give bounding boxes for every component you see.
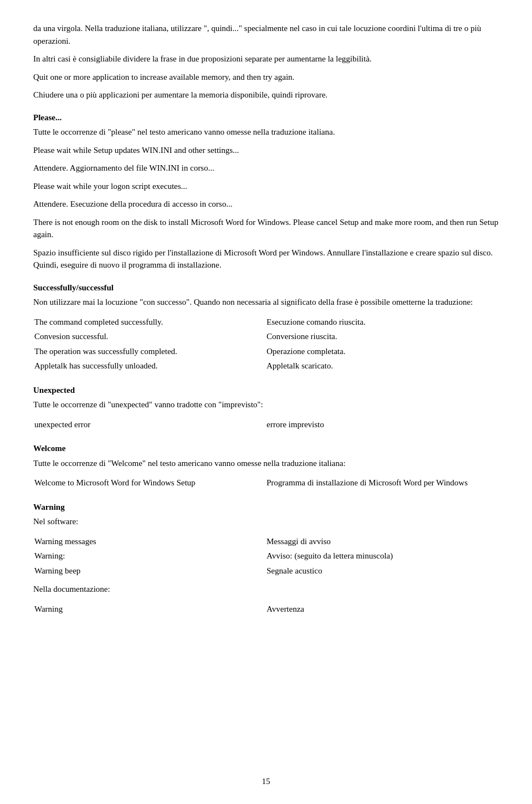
section-welcome-heading: Welcome <box>33 442 499 455</box>
warning-sw-it-3: Segnale acustico <box>267 564 498 578</box>
successfully-it-1: Esecuzione comando riuscita. <box>267 315 498 329</box>
please-example-2-en: Please wait while your logon script exec… <box>33 180 499 193</box>
warning-sw-it-2: Avviso: (seguito da lettera minuscola) <box>267 549 498 563</box>
warning-sw-en-2: Warning: <box>34 549 265 563</box>
paragraph-2: In altri casi è consigliabile dividere l… <box>33 53 499 65</box>
table-row: Warning Avvertenza <box>34 602 498 616</box>
section-unexpected-heading: Unexpected <box>33 384 499 397</box>
section-successfully-body: Non utilizzare mai la locuzione "con suc… <box>33 296 499 309</box>
table-row: Warning beep Segnale acustico <box>34 564 498 578</box>
section-warning-heading: Warning <box>33 501 499 514</box>
table-row: Warning: Avviso: (seguito da lettera min… <box>34 549 498 563</box>
warning-doc-en-1: Warning <box>34 602 265 616</box>
warning-software-table: Warning messages Messaggi di avviso Warn… <box>33 534 499 579</box>
table-row: unexpected error errore imprevisto <box>34 418 498 432</box>
section-welcome-body: Tutte le occorrenze di "Welcome" nel tes… <box>33 457 499 470</box>
section-successfully-heading: Successfully/successful <box>33 281 499 294</box>
unexpected-it-1: errore imprevisto <box>267 418 498 432</box>
successfully-it-4: Appletalk scaricato. <box>267 359 498 373</box>
table-row: The command completed successfully. Esec… <box>34 315 498 329</box>
table-row: Appletalk has successfully unloaded. App… <box>34 359 498 373</box>
welcome-en-1: Welcome to Microsoft Word for Windows Se… <box>34 476 265 490</box>
warning-doc-it-1: Avvertenza <box>267 602 498 616</box>
paragraph-1: da una virgola. Nella traduzione italian… <box>33 22 499 47</box>
unexpected-table: unexpected error errore imprevisto <box>33 417 499 433</box>
page-number: 15 <box>0 775 532 788</box>
warning-doc-table: Warning Avvertenza <box>33 601 499 617</box>
paragraph-3: Quit one or more application to increase… <box>33 71 499 84</box>
please-example-1-it: Attendere. Aggiornamento del file WIN.IN… <box>33 162 499 175</box>
section-warning-intro: Nel software: <box>33 515 499 528</box>
successfully-en-1: The command completed successfully. <box>34 315 265 329</box>
table-row: Convesion successful. Conversione riusci… <box>34 330 498 344</box>
successfully-en-3: The operation was successfully completed… <box>34 345 265 359</box>
successfully-it-2: Conversione riuscita. <box>267 330 498 344</box>
successfully-it-3: Operazione completata. <box>267 345 498 359</box>
warning-sw-it-1: Messaggi di avviso <box>267 535 498 549</box>
successfully-en-2: Convesion successful. <box>34 330 265 344</box>
warning-sw-en-3: Warning beep <box>34 564 265 578</box>
disk-space-en: There is not enough room on the disk to … <box>33 216 499 241</box>
welcome-table: Welcome to Microsoft Word for Windows Se… <box>33 475 499 491</box>
page-content: da una virgola. Nella traduzione italian… <box>0 0 532 804</box>
disk-space-it: Spazio insufficiente sul disco rigido pe… <box>33 247 499 272</box>
section-unexpected-body: Tutte le occorrenze di "unexpected" vann… <box>33 398 499 411</box>
nella-documentazione: Nella documentazione: <box>33 583 499 596</box>
please-example-2-it: Attendere. Esecuzione della procedura di… <box>33 198 499 211</box>
table-row: Warning messages Messaggi di avviso <box>34 535 498 549</box>
warning-sw-en-1: Warning messages <box>34 535 265 549</box>
welcome-it-1: Programma di installazione di Microsoft … <box>267 476 498 490</box>
unexpected-en-1: unexpected error <box>34 418 265 432</box>
successfully-en-4: Appletalk has successfully unloaded. <box>34 359 265 373</box>
successfully-table: The command completed successfully. Esec… <box>33 314 499 374</box>
table-row: The operation was successfully completed… <box>34 345 498 359</box>
table-row: Welcome to Microsoft Word for Windows Se… <box>34 476 498 490</box>
section-please-heading: Please... <box>33 111 499 124</box>
please-example-1-en: Please wait while Setup updates WIN.INI … <box>33 144 499 157</box>
section-please-body: Tutte le occorrenze di "please" nel test… <box>33 126 499 139</box>
paragraph-4: Chiudere una o più applicazioni per aume… <box>33 89 499 101</box>
